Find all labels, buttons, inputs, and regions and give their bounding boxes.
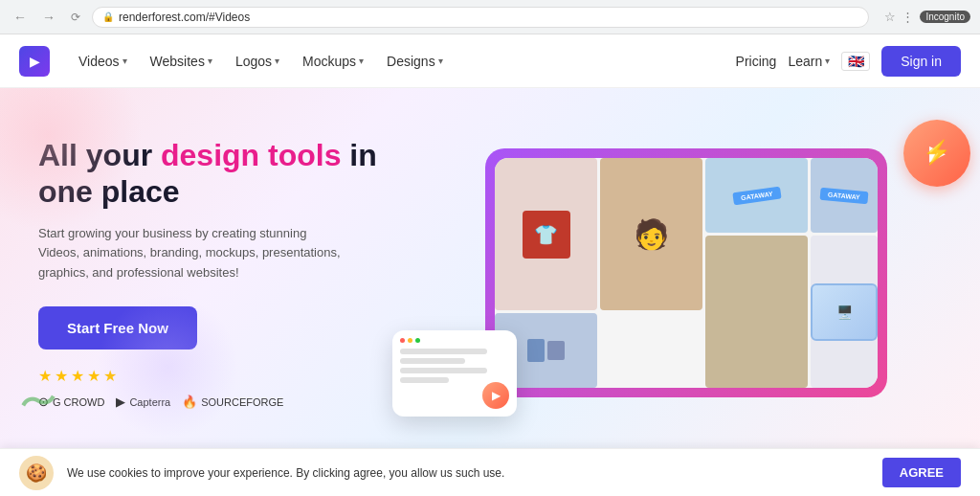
menu-icon[interactable]: ⋮ (902, 10, 914, 24)
hero-title-accent: design tools (161, 138, 341, 172)
url-text: renderforest.com/#Videos (119, 11, 250, 24)
chevron-down-icon: ▾ (359, 56, 364, 66)
incognito-badge: Incognito (920, 11, 970, 23)
chevron-down-icon: ▾ (825, 56, 830, 66)
logo-icon: ▶ (19, 46, 50, 77)
agree-button[interactable]: AGREE (882, 458, 961, 487)
nav-item-designs[interactable]: Designs ▾ (377, 48, 453, 75)
lock-icon: 🔒 (102, 11, 114, 22)
nav-item-websites[interactable]: Websites ▾ (141, 48, 222, 75)
preview-cell-brown (705, 236, 808, 388)
person-icon: 🧑 (634, 217, 669, 251)
chevron-down-icon: ▾ (275, 56, 279, 66)
preview-grid: 👕 GATAWAY 🧑 GATAWAY (495, 158, 878, 388)
chevron-down-icon: ▾ (122, 56, 127, 66)
cookie-text: We use cookies to improve your experienc… (67, 466, 869, 480)
navbar: ▶ Videos ▾ Websites ▾ Logos ▾ Mockups ▾ … (0, 34, 980, 88)
nav-items: Videos ▾ Websites ▾ Logos ▾ Mockups ▾ De… (69, 48, 736, 75)
chevron-down-icon: ▾ (438, 56, 443, 66)
lightning-icon: ⚡ (923, 139, 951, 166)
item-2 (547, 341, 565, 360)
label-card-2: GATAWAY (820, 187, 869, 203)
cookie-icon: 🍪 (19, 456, 54, 490)
main-preview: 👕 GATAWAY 🧑 GATAWAY (485, 148, 887, 397)
nav-item-mockups[interactable]: Mockups ▾ (293, 48, 373, 75)
float-play-icon: ▶ (482, 382, 509, 409)
nav-right: Pricing Learn ▾ 🇬🇧 Sign in (736, 46, 961, 77)
badge-gcrowd-label: G CROWD (53, 396, 104, 408)
browser-chrome: ← → ⟳ 🔒 renderforest.com/#Videos ☆ ⋮ Inc… (0, 0, 980, 34)
monitor-image: 🖥️ (811, 283, 878, 341)
browser-actions: ☆ ⋮ Incognito (884, 10, 970, 24)
dot-red (400, 338, 405, 343)
preview-cell-tshirt: 👕 (495, 158, 597, 310)
preview-cell-label1: GATAWAY (705, 158, 808, 233)
item-1 (527, 339, 545, 362)
card-line-1 (400, 349, 487, 354)
preview-cell-person: 🧑 (600, 158, 702, 310)
refresh-button[interactable]: ⟳ (67, 9, 84, 26)
hero-subtitle: Start growing your business by creating … (38, 224, 345, 283)
dot-green (415, 338, 420, 343)
language-selector[interactable]: 🇬🇧 (841, 52, 870, 71)
preview-cell-label2: GATAWAY (811, 158, 878, 233)
card-line-4 (400, 377, 449, 383)
bookmark-icon[interactable]: ☆ (884, 10, 896, 24)
back-button[interactable]: ← (10, 8, 31, 27)
tshirt-image: 👕 (523, 211, 570, 259)
pricing-link[interactable]: Pricing (736, 54, 777, 69)
nav-item-logos[interactable]: Logos ▾ (226, 48, 289, 75)
cookie-banner: 🍪 We use cookies to improve your experie… (0, 448, 980, 496)
learn-menu[interactable]: Learn ▾ (788, 54, 830, 69)
forward-button[interactable]: → (38, 8, 59, 27)
float-card-lines (400, 349, 509, 383)
nav-item-videos[interactable]: Videos ▾ (69, 48, 137, 75)
hero-section: 〜 All your design tools in one place Sta… (0, 88, 980, 458)
star-2: ★ (55, 367, 68, 385)
logo[interactable]: ▶ (19, 46, 50, 77)
float-card: ▶ (392, 330, 517, 417)
sign-in-button[interactable]: Sign in (881, 46, 961, 77)
dot-yellow (408, 338, 412, 343)
monitor-icon: 🖥️ (836, 304, 853, 320)
star-3: ★ (71, 367, 84, 385)
address-bar[interactable]: 🔒 renderforest.com/#Videos (92, 7, 869, 28)
float-card-dots (400, 338, 509, 343)
card-line-3 (400, 368, 487, 373)
chevron-down-icon: ▾ (208, 56, 212, 66)
card-line-2 (400, 358, 465, 364)
label-card-1: GATAWAY (732, 186, 781, 205)
hero-image-area: ▶ 👕 GATAWAY 🧑 GATAWAY (431, 148, 942, 397)
bg-decoration-2 (96, 295, 239, 439)
preview-cell-monitor: 🖥️ (811, 236, 878, 388)
